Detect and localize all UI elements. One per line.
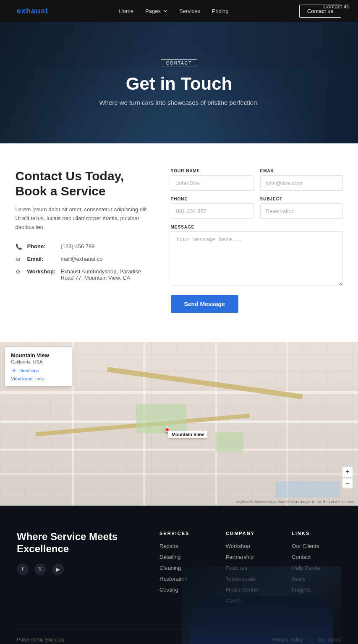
form-group-email: EMAIL — [260, 169, 343, 191]
contact-body-text: Lorem ipsum dolor sit amet, consectetur … — [16, 205, 150, 231]
contact-email: ✉ Email: mail@exhaust.co — [16, 256, 150, 262]
facebook-icon[interactable]: f — [17, 564, 29, 575]
map-pin-label: Mountain View — [168, 431, 207, 438]
footer-inner: Where Service Meets Excellence f 𝕏 ▶ SER… — [17, 531, 341, 644]
map-background: Mountain View Mountain View California, … — [0, 342, 358, 506]
map-directions-link[interactable]: Directions — [11, 368, 39, 374]
services-coating-link[interactable]: Coating — [159, 587, 178, 593]
list-item: Our Clients — [292, 543, 341, 549]
footer-car-bg — [182, 566, 341, 644]
phone-label: Phone: — [27, 243, 56, 249]
map-attribution: Keyboard shortcuts Map data ©2024 Google… — [235, 500, 355, 504]
links-clients-link[interactable]: Our Clients — [292, 543, 319, 549]
links-contact-link[interactable]: Contact — [292, 554, 311, 560]
workshop-label: Workshop: — [27, 268, 56, 275]
footer-tagline: Where Service Meets Excellence — [17, 531, 143, 555]
phone-icon: 📞 — [16, 244, 22, 250]
form-group-name: YOUR NAME — [171, 169, 253, 191]
contact-number-badge: Contact 45 — [323, 3, 350, 10]
phone-input[interactable] — [171, 203, 253, 219]
nav-pages-dropdown[interactable]: Pages — [145, 8, 167, 14]
map-section[interactable]: Mountain View Mountain View California, … — [0, 342, 358, 506]
gear-icon: ⚙ — [16, 269, 22, 275]
form-group-message: MESSAGE — [171, 225, 343, 286]
list-item: Repairs — [159, 543, 209, 549]
form-group-phone: PHONE — [171, 197, 253, 219]
map-city: Mountain View — [11, 352, 66, 358]
footer-brand: Where Service Meets Excellence f 𝕏 ▶ — [17, 531, 143, 608]
company-workshop-link[interactable]: Workshop — [226, 543, 250, 549]
services-detailing-link[interactable]: Detailing — [159, 554, 181, 560]
services-repairs-link[interactable]: Repairs — [159, 543, 178, 549]
footer-services-heading: SERVICES — [159, 531, 209, 536]
map-view-larger[interactable]: View larger map — [11, 376, 66, 381]
contact-workshop: ⚙ Workshop: Exhaust Autobodyshop, Paradi… — [16, 268, 150, 281]
name-input[interactable] — [171, 175, 253, 191]
hero-section: CONTACT Get in Touch Where we turn cars … — [0, 22, 358, 143]
nav-home[interactable]: Home — [119, 8, 133, 14]
map-state: California, USA — [11, 359, 66, 364]
email-input[interactable] — [260, 175, 343, 191]
footer-company-heading: COMPANY — [226, 531, 275, 536]
subject-input[interactable] — [260, 203, 343, 219]
navbar: exhaust Home Pages Services Pricing Cont… — [0, 0, 358, 22]
message-label: MESSAGE — [171, 225, 343, 229]
phone-form-label: PHONE — [171, 197, 253, 201]
footer-socials: f 𝕏 ▶ — [17, 564, 143, 575]
logo-accent: ex — [17, 7, 26, 15]
contact-info-panel: Contact Us Today, Book a Service Lorem i… — [16, 169, 150, 287]
list-item: Detailing — [159, 553, 209, 560]
nav-pricing[interactable]: Pricing — [212, 8, 229, 14]
hero-content: CONTACT Get in Touch Where we turn cars … — [99, 59, 259, 106]
logo[interactable]: exhaust — [17, 7, 48, 16]
nav-services[interactable]: Services — [179, 8, 200, 14]
map-zoom-in[interactable]: + — [342, 466, 353, 477]
list-item: Contact — [292, 553, 341, 560]
map-zoom-out[interactable]: − — [342, 478, 353, 489]
footer: Where Service Meets Excellence f 𝕏 ▶ SER… — [0, 506, 358, 644]
hero-title: Get in Touch — [99, 74, 259, 94]
list-item: Workshop — [226, 543, 275, 549]
form-row-phone-subject: PHONE SUBJECT — [171, 197, 343, 219]
twitter-icon[interactable]: 𝕏 — [34, 564, 46, 575]
powered-by: Powered by SocioLib — [17, 637, 64, 643]
message-textarea[interactable] — [171, 231, 343, 286]
contact-heading: Contact Us Today, Book a Service — [16, 169, 150, 199]
footer-car-shape — [190, 596, 333, 644]
map-info-row: Directions — [11, 368, 66, 374]
logo-text: haust — [26, 7, 48, 15]
form-row-name-email: YOUR NAME EMAIL — [171, 169, 343, 191]
youtube-icon[interactable]: ▶ — [52, 564, 64, 575]
subject-label: SUBJECT — [260, 197, 343, 201]
contact-phone: 📞 Phone: (123) 456 789 — [16, 243, 150, 250]
contact-section: Contact Us Today, Book a Service Lorem i… — [0, 143, 358, 342]
list-item: Partnership — [226, 553, 275, 560]
email-label: Email: — [27, 256, 56, 262]
phone-value: (123) 456 789 — [61, 243, 95, 249]
workshop-value: Exhaust Autobodyshop, Paradise Road 77, … — [61, 268, 150, 281]
footer-links-heading: LINKS — [292, 531, 341, 536]
email-form-label: EMAIL — [260, 169, 343, 173]
map-zoom-controls: + − — [342, 466, 353, 489]
services-cleaning-link[interactable]: Cleaning — [159, 565, 181, 571]
company-partnership-link[interactable]: Partnership — [226, 554, 253, 560]
hero-badge: CONTACT — [161, 59, 198, 67]
name-label: YOUR NAME — [171, 169, 253, 173]
directions-icon — [11, 368, 17, 374]
email-icon: ✉ — [16, 256, 22, 262]
form-group-subject: SUBJECT — [260, 197, 343, 219]
send-message-button[interactable]: Send Message — [171, 295, 238, 313]
chevron-down-icon — [163, 10, 167, 12]
map-info-box: Mountain View California, USA Directions… — [5, 347, 72, 386]
email-value: mail@exhaust.co — [61, 256, 103, 262]
nav-links: Home Pages Services Pricing — [119, 8, 228, 14]
hero-subtitle: Where we turn cars into showcases of pri… — [99, 99, 259, 106]
contact-form-panel: YOUR NAME EMAIL PHONE SUBJECT — [171, 169, 343, 313]
